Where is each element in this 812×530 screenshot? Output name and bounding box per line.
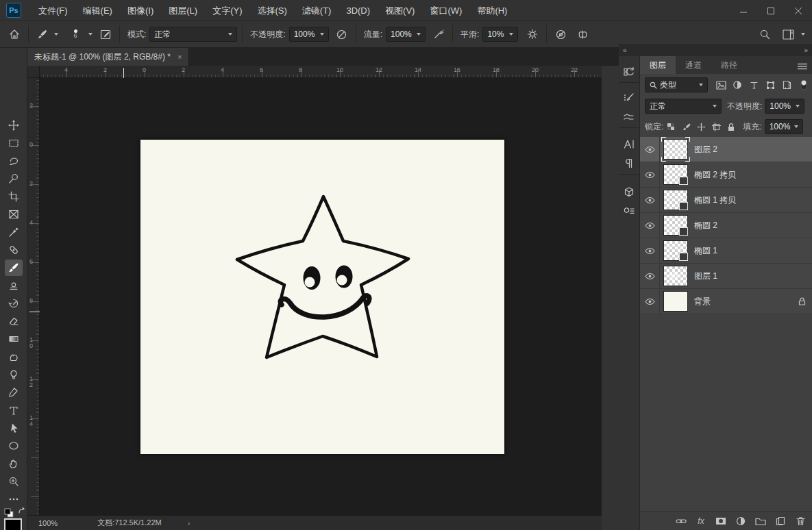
lasso-tool[interactable] <box>5 153 23 169</box>
3d-panel-icon[interactable] <box>619 184 638 201</box>
brush-tool-preset-icon[interactable] <box>34 25 51 43</box>
menu-view[interactable]: 视图(V) <box>378 0 422 21</box>
edit-toolbar-icon[interactable] <box>5 491 23 507</box>
layer-row[interactable]: 图层 2 <box>640 137 812 162</box>
path-selection-tool[interactable] <box>5 420 23 436</box>
filter-adjustment-layers-icon[interactable] <box>730 78 745 92</box>
status-expand-chevron-icon[interactable]: › <box>188 519 190 527</box>
visibility-toggle[interactable] <box>640 137 660 162</box>
default-colors-icon[interactable] <box>4 508 14 518</box>
layer-thumbnail[interactable] <box>663 291 688 312</box>
layer-style-fx-icon[interactable]: fx <box>694 514 708 528</box>
brushes-panel-icon[interactable] <box>619 108 638 126</box>
add-layer-mask-icon[interactable] <box>714 514 728 528</box>
layer-thumbnail[interactable] <box>663 139 688 160</box>
layer-row[interactable]: 椭圆 2 拷贝 <box>640 162 812 188</box>
character-panel-icon[interactable] <box>619 136 638 153</box>
paragraph-panel-icon[interactable] <box>619 155 638 173</box>
menu-edit[interactable]: 编辑(E) <box>75 0 120 21</box>
layer-thumbnail[interactable] <box>663 190 688 210</box>
layer-row[interactable]: 背景 <box>640 289 812 314</box>
menu-file[interactable]: 文件(F) <box>31 0 75 21</box>
tab-paths[interactable]: 路径 <box>711 56 747 74</box>
eraser-tool[interactable] <box>5 313 23 329</box>
layer-opacity-select[interactable]: 100% <box>765 99 804 114</box>
rectangular-marquee-tool[interactable] <box>5 135 23 151</box>
lock-position-icon[interactable] <box>693 120 709 134</box>
hand-tool[interactable] <box>5 455 23 472</box>
menu-image[interactable]: 图像(I) <box>120 0 161 21</box>
blend-mode-select[interactable]: 正常 <box>645 99 722 114</box>
layer-thumbnail[interactable] <box>663 164 688 185</box>
filter-toggle-switch[interactable] <box>800 79 808 91</box>
new-adjustment-layer-icon[interactable] <box>734 514 748 528</box>
maximize-button[interactable] <box>757 0 785 21</box>
menu-help[interactable]: 帮助(H) <box>469 0 515 21</box>
opacity-select[interactable]: 100% <box>289 27 329 42</box>
layer-row[interactable]: 椭圆 1 <box>640 238 812 264</box>
visibility-toggle[interactable] <box>640 188 660 213</box>
properties-panel-icon[interactable] <box>619 203 638 220</box>
pen-tool[interactable] <box>5 384 23 401</box>
layer-row[interactable]: ☆ 图层 1 <box>640 264 812 289</box>
tab-close-icon[interactable]: × <box>177 53 182 61</box>
filter-type-select[interactable]: 类型 <box>645 77 708 92</box>
quick-selection-tool[interactable] <box>5 171 23 187</box>
workspace-caret-icon[interactable] <box>801 33 805 36</box>
spot-healing-brush-tool[interactable] <box>5 242 23 258</box>
pressure-opacity-icon[interactable] <box>333 25 351 43</box>
history-brush-tool[interactable] <box>5 295 23 312</box>
layer-name[interactable]: 椭圆 1 <box>694 245 717 257</box>
ruler-origin-corner[interactable] <box>27 66 40 78</box>
type-tool[interactable] <box>5 402 23 418</box>
ellipse-shape-tool[interactable] <box>5 438 23 454</box>
collapse-panels-icon[interactable]: » <box>804 47 808 54</box>
lock-pixels-icon[interactable] <box>678 120 693 134</box>
frame-tool[interactable] <box>5 206 23 223</box>
tool-preset-caret-icon[interactable] <box>54 33 58 36</box>
brush-tool[interactable] <box>5 260 23 276</box>
smudge-tool[interactable] <box>5 349 23 365</box>
visibility-toggle[interactable] <box>640 162 660 188</box>
history-panel-icon[interactable] <box>619 63 638 81</box>
lock-artboard-icon[interactable] <box>709 120 724 134</box>
smoothing-options-gear-icon[interactable] <box>524 25 541 43</box>
brush-size-picker[interactable]: 6 <box>66 29 84 39</box>
canvas[interactable] <box>140 140 504 454</box>
zoom-tool[interactable] <box>5 473 23 490</box>
close-button[interactable] <box>785 0 812 21</box>
lock-all-icon[interactable] <box>724 120 739 134</box>
photoshop-logo-icon[interactable]: Ps <box>6 3 21 18</box>
layer-name[interactable]: 椭圆 2 拷贝 <box>694 169 736 181</box>
layer-name[interactable]: 椭圆 2 <box>694 220 717 231</box>
layer-thumbnail[interactable] <box>663 215 688 236</box>
move-tool[interactable] <box>5 117 23 134</box>
zoom-level[interactable]: 100% <box>38 519 58 527</box>
panel-menu-icon[interactable] <box>798 63 807 70</box>
eyedropper-tool[interactable] <box>5 224 23 240</box>
minimize-button[interactable] <box>730 0 757 21</box>
new-group-icon[interactable] <box>754 514 767 528</box>
clone-stamp-tool[interactable] <box>5 277 23 294</box>
tab-layers[interactable]: 图层 <box>640 56 676 74</box>
menu-type[interactable]: 文字(Y) <box>205 0 249 21</box>
mode-select[interactable]: 正常 <box>149 27 237 42</box>
filter-shape-layers-icon[interactable] <box>763 78 778 92</box>
layer-row[interactable]: 椭圆 1 拷贝 <box>640 188 812 213</box>
document-tab[interactable]: 未标题-1 @ 100% (图层 2, RGB/8#) * × <box>27 48 189 66</box>
toggle-brush-settings-icon[interactable] <box>97 25 114 43</box>
visibility-toggle[interactable] <box>640 264 660 289</box>
tab-channels[interactable]: 通道 <box>676 56 711 74</box>
menu-select[interactable]: 选择(S) <box>249 0 294 21</box>
search-icon[interactable] <box>756 25 774 43</box>
crop-tool[interactable] <box>5 188 23 205</box>
visibility-toggle[interactable] <box>640 213 660 238</box>
foreground-color-swatch[interactable] <box>4 518 22 530</box>
brush-settings-panel-icon[interactable] <box>619 89 638 107</box>
gradient-tool[interactable] <box>5 331 23 347</box>
layer-name[interactable]: 图层 1 <box>694 270 717 282</box>
delete-layer-icon[interactable] <box>793 514 807 528</box>
visibility-toggle[interactable] <box>640 289 660 314</box>
filter-smart-objects-icon[interactable] <box>779 78 794 92</box>
swap-colors-icon[interactable] <box>18 507 26 515</box>
